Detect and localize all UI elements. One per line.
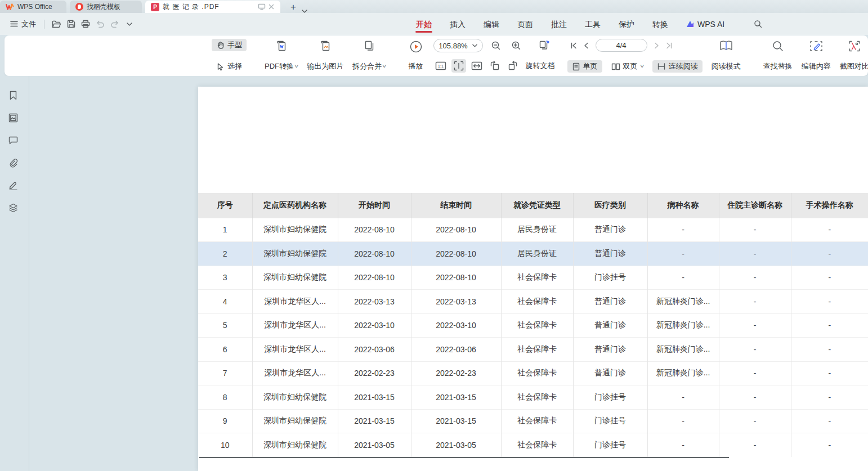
- continuous-read-button[interactable]: 连续阅读: [652, 60, 703, 73]
- print-button[interactable]: [78, 17, 93, 31]
- table-cell: 深圳市龙华区人...: [252, 338, 338, 362]
- rotate-pages-icon[interactable]: [537, 39, 552, 52]
- pdf-convert-button[interactable]: PDF转换˅: [260, 39, 302, 73]
- table-cell: 2021-03-15: [338, 409, 411, 433]
- ribbon-tab-home[interactable]: 开始: [415, 15, 432, 34]
- rotate-left-button[interactable]: [487, 59, 502, 73]
- table-cell: 普通门诊: [573, 338, 647, 362]
- ribbon-tab-convert[interactable]: 转换: [652, 15, 669, 34]
- tab-document[interactable]: P 就 医 记 录 .PDF: [145, 1, 280, 13]
- double-page-button[interactable]: 双页 ˅: [607, 60, 648, 73]
- zoom-out-button[interactable]: [489, 39, 503, 52]
- ribbon-tab-protect[interactable]: 保护: [618, 15, 635, 34]
- table-cell: 2021-03-15: [411, 409, 501, 433]
- split-merge-label: 拆分合并: [352, 61, 382, 71]
- window-tab-bar: WPS Office 找稻壳模板 P 就 医 记 录 .PDF +: [0, 0, 868, 13]
- table-cell: 新冠肺炎门诊...: [647, 338, 719, 362]
- quick-access-chevron-icon[interactable]: [122, 17, 137, 31]
- first-page-button[interactable]: [567, 39, 580, 52]
- zoom-in-button[interactable]: [509, 39, 524, 52]
- table-cell: 2021-03-15: [411, 385, 501, 410]
- table-cell: 5: [198, 313, 252, 338]
- open-file-button[interactable]: [49, 17, 64, 31]
- table-row: 8深圳市妇幼保健院2021-03-152021-03-15社会保障卡门诊挂号--…: [198, 385, 868, 410]
- table-cell: -: [647, 409, 719, 433]
- read-mode-button[interactable]: 阅读模式: [707, 39, 745, 73]
- wps-ai-icon: [686, 20, 695, 28]
- chevron-down-icon: [472, 44, 477, 47]
- table-row: 6深圳市龙华区人...2022-03-062022-03-06社会保障卡普通门诊…: [198, 338, 868, 362]
- edit-content-button[interactable]: 编辑内容: [797, 39, 835, 73]
- bookmark-icon[interactable]: [7, 90, 19, 100]
- find-replace-button[interactable]: 查找替换: [759, 39, 797, 73]
- ribbon-search-icon[interactable]: [750, 17, 765, 31]
- wps-ai-button[interactable]: WPS AI: [686, 20, 724, 29]
- table-row: 3深圳市妇幼保健院2022-08-102022-08-10社会保障卡门诊挂号--…: [198, 266, 868, 290]
- undo-button[interactable]: [93, 17, 108, 31]
- screenshot-compare-button[interactable]: 截图对比: [835, 39, 868, 73]
- table-cell: 3: [198, 266, 252, 290]
- table-cell: 9: [198, 409, 252, 433]
- table-cell: -: [791, 338, 868, 362]
- split-merge-button[interactable]: 拆分合并˅: [348, 39, 390, 73]
- rotate-doc-button[interactable]: 旋转文档: [524, 60, 560, 72]
- last-page-button[interactable]: [663, 39, 675, 52]
- previous-page-button[interactable]: [580, 39, 592, 52]
- pdf-file-icon: P: [151, 3, 159, 11]
- tab-docer-templates[interactable]: 找稻壳模板: [70, 1, 142, 13]
- table-cell: 2022-08-10: [411, 218, 501, 242]
- table-cell: 2022-08-10: [338, 242, 411, 266]
- ribbon-tab-tools[interactable]: 工具: [584, 15, 601, 34]
- hand-tool-label: 手型: [227, 40, 242, 50]
- redo-button[interactable]: [108, 17, 122, 31]
- present-monitor-icon[interactable]: [258, 3, 266, 10]
- cursor-icon: [216, 62, 225, 71]
- medical-records-table: 序号定点医药机构名称开始时间结束时间就诊凭证类型医疗类别病种名称住院主诊断名称手…: [198, 193, 868, 457]
- fit-page-button[interactable]: [451, 59, 466, 73]
- rotate-right-button[interactable]: [505, 59, 520, 73]
- layers-icon[interactable]: [7, 203, 19, 213]
- table-cell: 社会保障卡: [501, 361, 573, 385]
- export-image-button[interactable]: 输出为图片: [302, 39, 348, 73]
- book-icon: [719, 40, 733, 52]
- table-cell: -: [791, 242, 868, 266]
- close-tab-icon[interactable]: [268, 3, 275, 10]
- zoom-level-select[interactable]: 105.88%: [433, 39, 483, 52]
- table-cell: 2022-02-23: [338, 361, 411, 385]
- pdf-convert-icon: [275, 40, 288, 53]
- tab-wps-home[interactable]: WPS Office: [0, 1, 66, 13]
- next-page-button[interactable]: [651, 39, 663, 52]
- ribbon-tab-edit[interactable]: 编辑: [483, 15, 500, 34]
- play-button[interactable]: 播放: [404, 39, 428, 73]
- tab-docer-label: 找稻壳模板: [87, 2, 120, 12]
- table-header-cell: 住院主诊断名称: [719, 193, 791, 218]
- hand-tool-button[interactable]: 手型: [212, 39, 247, 51]
- table-cell: -: [647, 218, 719, 242]
- comment-icon[interactable]: [7, 135, 19, 145]
- new-tab-button[interactable]: +: [287, 2, 299, 13]
- attachment-icon[interactable]: [7, 158, 19, 168]
- pointer-tools-group: 手型 选择: [212, 39, 247, 73]
- select-tool-button[interactable]: 选择: [212, 60, 247, 73]
- file-menu-button[interactable]: 文件: [7, 17, 39, 32]
- signature-icon[interactable]: [7, 180, 19, 190]
- table-cell: -: [791, 433, 868, 457]
- table-cell: 2022-03-13: [411, 290, 501, 314]
- ribbon-tab-insert[interactable]: 插入: [449, 15, 466, 34]
- fit-width-button[interactable]: [469, 59, 484, 73]
- table-cell: 2022-08-10: [411, 266, 501, 290]
- wps-ai-label: WPS AI: [697, 20, 724, 29]
- table-cell: 普通门诊: [573, 218, 647, 242]
- ribbon-tab-page[interactable]: 页面: [517, 15, 534, 34]
- single-page-button[interactable]: 单页: [567, 60, 602, 73]
- table-cell: -: [647, 242, 719, 266]
- thumbnail-icon[interactable]: [7, 113, 19, 123]
- save-button[interactable]: [64, 17, 78, 31]
- table-cell: -: [719, 266, 791, 290]
- actual-size-button[interactable]: 1:1: [433, 59, 448, 73]
- ribbon-tab-comment[interactable]: 批注: [551, 15, 567, 34]
- table-bottom-border: [199, 457, 729, 458]
- table-cell: 10: [198, 433, 252, 457]
- table-cell: -: [719, 409, 791, 433]
- page-indicator-input[interactable]: 4/4: [596, 39, 647, 52]
